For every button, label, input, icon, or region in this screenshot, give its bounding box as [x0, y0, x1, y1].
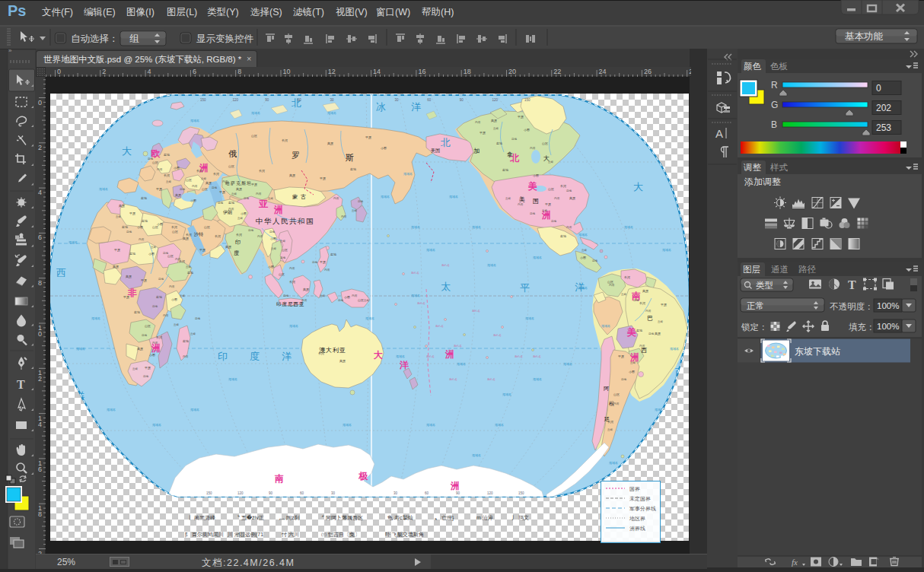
svg-text:平原: 平原 [518, 115, 524, 119]
svg-text:120: 120 [233, 98, 239, 102]
svg-text:丘岭: 丘岭 [237, 217, 244, 220]
svg-text:内湖: 内湖 [530, 147, 536, 150]
svg-text:高原: 高原 [175, 193, 181, 197]
svg-text:内湖: 内湖 [554, 197, 560, 200]
svg-text:海域名: 海域名 [426, 248, 435, 252]
svg-text:边地: 边地 [358, 199, 364, 203]
svg-text:内湖: 内湖 [475, 121, 481, 124]
svg-text:丘岭: 丘岭 [132, 367, 139, 370]
svg-text:海域名: 海域名 [289, 324, 298, 328]
svg-text:路径: 路径 [798, 265, 817, 274]
svg-text:内湖: 内湖 [183, 355, 189, 358]
svg-text:150: 150 [206, 491, 212, 495]
svg-text:2: 2 [38, 375, 42, 383]
svg-text:内湖: 内湖 [139, 238, 145, 241]
svg-text:边地: 边地 [551, 219, 557, 223]
svg-text:海域名: 海域名 [533, 256, 542, 259]
svg-text:边地: 边地 [592, 259, 598, 262]
svg-text:高原: 高原 [642, 289, 648, 293]
svg-text:R: R [771, 80, 778, 91]
svg-text:18: 18 [464, 68, 471, 75]
svg-text:边地: 边地 [148, 157, 154, 160]
svg-text:海域名: 海域名 [495, 423, 504, 427]
svg-text:国: 国 [533, 198, 539, 205]
svg-text:边地: 边地 [143, 374, 149, 378]
svg-text:美: 美 [626, 327, 636, 338]
svg-text:印: 印 [218, 351, 228, 362]
svg-text:长河: 长河 [639, 301, 645, 305]
svg-text:高原: 高原 [225, 245, 231, 249]
svg-text:洲: 洲 [444, 349, 454, 360]
svg-text:边地: 边地 [126, 230, 132, 234]
svg-text:高原: 高原 [236, 187, 242, 191]
svg-text:边地: 边地 [218, 201, 224, 205]
svg-text:度: 度 [250, 351, 260, 362]
svg-text:地区界: 地区界 [629, 516, 645, 521]
svg-text:通道: 通道 [771, 265, 789, 274]
svg-text:202: 202 [876, 103, 891, 113]
svg-text:中华人民共和国: 中华人民共和国 [256, 217, 314, 225]
svg-text:30: 30 [330, 98, 334, 102]
svg-text:长河: 长河 [186, 233, 192, 237]
svg-text:美: 美 [519, 196, 525, 203]
svg-text:高原: 高原 [119, 204, 125, 208]
svg-text:岛屿名: 岛屿名 [487, 377, 495, 381]
svg-text:印: 印 [235, 240, 241, 245]
svg-text:丘岭: 丘岭 [505, 197, 511, 200]
svg-text:小图: 小图 [137, 225, 143, 229]
svg-text:100%: 100% [877, 301, 899, 310]
svg-text:长河: 长河 [607, 420, 613, 424]
svg-text:岛屿名: 岛屿名 [441, 263, 450, 267]
svg-text:6: 6 [38, 234, 42, 241]
svg-text:内湖: 内湖 [613, 402, 620, 405]
svg-text:边地: 边地 [163, 251, 169, 255]
svg-text:12: 12 [328, 68, 336, 75]
svg-text:高原: 高原 [655, 332, 661, 335]
svg-text:26: 26 [644, 68, 652, 75]
svg-text:内湖: 内湖 [152, 342, 158, 345]
svg-text:西: 西 [641, 347, 647, 354]
svg-text:边地: 边地 [244, 196, 250, 200]
svg-text:蒙 古: 蒙 古 [292, 194, 307, 200]
svg-text:海域名: 海域名 [525, 316, 534, 320]
svg-text:巴: 巴 [647, 315, 653, 322]
svg-text:国界: 国界 [629, 486, 640, 492]
svg-text:边地: 边地 [338, 298, 344, 302]
svg-text:4: 4 [148, 68, 151, 75]
svg-text:丘岭: 丘岭 [658, 320, 664, 323]
svg-text:平原: 平原 [545, 202, 551, 206]
svg-text:小图: 小图 [148, 252, 155, 256]
svg-text:哈萨克斯坦: 哈萨克斯坦 [225, 180, 252, 186]
svg-text:内湖: 内湖 [256, 192, 262, 195]
svg-text:高原: 高原 [339, 359, 346, 363]
svg-text:山区: 山区 [204, 225, 210, 229]
svg-text:小图: 小图 [270, 237, 276, 240]
svg-text:6: 6 [38, 466, 42, 473]
svg-text:边地: 边地 [648, 332, 655, 335]
svg-text:盆地: 盆地 [134, 310, 140, 314]
svg-text:T: T [17, 378, 25, 391]
svg-text:边地: 边地 [142, 333, 148, 337]
svg-text:海域名: 海域名 [563, 362, 572, 366]
svg-text:北: 北 [441, 137, 451, 148]
svg-text:山区: 山区 [548, 187, 554, 191]
svg-text:60: 60 [425, 491, 429, 495]
svg-text:海域名: 海域名 [624, 225, 633, 229]
svg-text:岛屿名: 岛屿名 [435, 324, 444, 328]
svg-text:军事分界线: 军事分界线 [629, 506, 656, 511]
svg-text:洋: 洋 [399, 360, 409, 370]
svg-text:14: 14 [373, 68, 381, 75]
svg-text:边地: 边地 [280, 256, 286, 259]
svg-text:组: 组 [129, 33, 139, 44]
svg-text:海域名: 海域名 [396, 354, 405, 358]
svg-text:16: 16 [418, 68, 425, 75]
svg-text:山区: 山区 [279, 272, 285, 276]
svg-text:洋: 洋 [411, 101, 421, 113]
svg-text:洋: 洋 [282, 351, 292, 362]
svg-text:俄: 俄 [228, 149, 237, 158]
svg-text:山区: 山区 [152, 160, 158, 164]
svg-text:罗: 罗 [292, 151, 300, 160]
svg-text:边地: 边地 [530, 211, 536, 215]
svg-text:高原: 高原 [113, 265, 119, 269]
svg-text:不透明度：: 不透明度： [830, 302, 874, 311]
